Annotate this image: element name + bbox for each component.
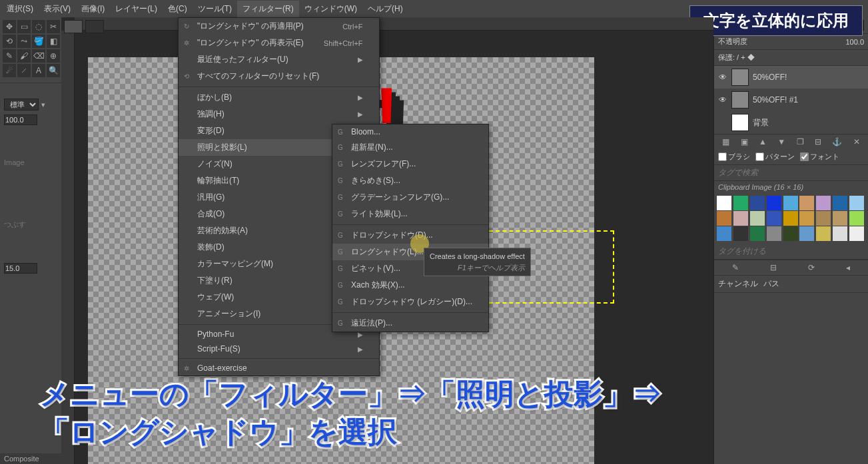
menu-tools[interactable]: ツール(T) [193,1,237,17]
font-tab[interactable]: フォント [800,152,839,162]
submenu-item[interactable]: Gライト効果(L)... [332,206,488,222]
size-input[interactable] [4,263,37,274]
pattern-swatch[interactable] [750,226,765,241]
pattern-swatch[interactable] [799,226,814,241]
pattern-swatch[interactable] [849,211,864,226]
tool-clone[interactable]: ⊕ [47,49,60,63]
pattern-swatch[interactable] [849,196,864,210]
image-tab[interactable] [64,20,83,33]
pattern-swatch[interactable] [833,196,847,210]
menu-layer[interactable]: レイヤー(L) [110,1,163,17]
submenu-item[interactable]: Gグラデーションフレア(G)... [332,189,488,206]
pattern-swatch[interactable] [733,226,748,241]
submenu-item[interactable]: Gドロップシャドウ (レガシー)(D)... [332,294,488,310]
tool-rotate[interactable]: ⟲ [3,35,16,48]
tool-warp[interactable]: ⤳ [17,35,31,48]
tool-crop[interactable]: ✂ [47,20,60,33]
filter-recent[interactable]: 最近使ったフィルター(U)▶ [179,51,379,68]
submenu-item[interactable]: G遠近法(P)... [332,315,488,332]
gegl-icon: G [338,298,343,306]
filter-reapply[interactable]: ↻"ロングシャドウ" の再適用(P)Ctrl+F [179,18,379,35]
pattern-swatch[interactable] [717,196,731,210]
menu-help[interactable]: ヘルプ(H) [362,1,408,17]
new-layer-icon[interactable]: ▦ [722,137,729,146]
lock-row: 保護: / + ◆ [714,50,868,66]
group-icon[interactable]: ▣ [741,137,748,146]
pattern-swatch[interactable] [783,196,798,210]
delete-pattern-icon[interactable]: ⊟ [770,263,777,272]
filter-reset[interactable]: ⟲すべてのフィルターのリセット(F) [179,68,379,85]
layer-row[interactable]: 👁 50%OFF! [714,66,868,89]
tool-gradient[interactable]: ◧ [47,35,60,48]
refresh-icon[interactable]: ⟳ [808,263,815,272]
submenu-item[interactable]: GBloom... [332,124,488,139]
submenu-item[interactable]: Gきらめき(S)... [332,172,488,189]
filter-reshow[interactable]: ✲"ロングシャドウ" の再表示(E)Shift+Ctrl+F [179,35,379,51]
menu-view[interactable]: 表示(V) [39,1,76,17]
pattern-swatch[interactable] [783,211,798,226]
tool-free-select[interactable]: ◌ [32,20,45,33]
up-icon[interactable]: ▲ [759,137,767,146]
channel-tab[interactable]: チャンネル [718,278,758,290]
submenu-item[interactable]: GXach 効果(X)... [332,277,488,294]
tool-bucket[interactable]: 🪣 [32,35,45,48]
pattern-swatch[interactable] [833,226,847,241]
merge-icon[interactable]: ⊟ [815,137,821,146]
pattern-swatch[interactable] [849,226,864,241]
pattern-swatch[interactable] [833,211,847,226]
tool-brush[interactable]: 🖌 [17,49,31,63]
menu-icon[interactable]: ◂ [846,263,850,272]
pattern-swatch[interactable] [717,226,731,241]
submenu-item[interactable]: Gレンズフレア(F)... [332,156,488,172]
tool-rect-select[interactable]: ▭ [17,20,31,33]
filter-group-item[interactable]: ぼかし(B)▶ [179,89,379,106]
pattern-swatch[interactable] [799,196,814,210]
pattern-swatch[interactable] [816,196,831,210]
blend-mode-select[interactable]: 標準 [4,99,39,111]
pattern-swatch[interactable] [767,226,781,241]
anchor-icon[interactable]: ⚓ [832,137,842,146]
tag-search[interactable]: タグで検索 [714,165,868,181]
tool-eraser[interactable]: ⌫ [32,49,45,63]
pattern-swatch[interactable] [733,211,748,226]
brush-tab[interactable]: ブラシ [718,152,750,162]
menu-color[interactable]: 色(C) [163,1,193,17]
pattern-swatch[interactable] [750,211,765,226]
tool-text[interactable]: A [32,64,45,77]
edit-icon[interactable]: ✎ [732,263,739,272]
layer-row[interactable]: 👁 50%OFF! #1 [714,89,868,111]
pattern-tab[interactable]: パターン [755,152,795,162]
pattern-swatch[interactable] [767,211,781,226]
pattern-swatch[interactable] [799,211,814,226]
tool-move[interactable]: ✥ [3,20,16,33]
delete-icon[interactable]: ✕ [853,137,860,146]
image-tab-close[interactable] [85,20,104,33]
tool-path[interactable]: ⟋ [17,64,31,77]
pattern-swatch[interactable] [717,211,731,226]
layer-row[interactable]: 背景 [714,111,868,134]
eye-icon[interactable]: 👁 [718,95,727,105]
eye-icon[interactable]: 👁 [718,73,727,82]
pattern-swatch[interactable] [767,196,781,210]
pattern-swatch[interactable] [783,226,798,241]
menu-window[interactable]: ウィンドウ(W) [299,1,362,17]
opacity-input[interactable] [4,115,37,125]
filter-scriptfu[interactable]: Script-Fu(S)▶ [179,342,379,356]
path-tab[interactable]: パス [763,278,779,290]
down-icon[interactable]: ▼ [777,137,785,146]
menu-select[interactable]: 選択(S) [1,1,39,17]
tool-smudge[interactable]: ☄ [3,64,16,77]
tool-zoom[interactable]: 🔍 [47,64,60,77]
filter-group-item[interactable]: 強調(H)▶ [179,106,379,122]
menu-filters[interactable]: フィルター(R) [237,1,299,17]
pattern-swatch[interactable] [750,196,765,210]
pattern-swatch[interactable] [733,196,748,210]
tag-add[interactable]: タグを付ける [714,244,868,260]
duplicate-icon[interactable]: ❐ [797,137,804,146]
submenu-item[interactable]: G超新星(N)... [332,139,488,156]
pattern-swatch[interactable] [816,211,831,226]
filter-goat[interactable]: ✲Goat-exercise [179,361,379,375]
tool-pencil[interactable]: ✎ [3,49,16,63]
pattern-swatch[interactable] [816,226,831,241]
menu-image[interactable]: 画像(I) [76,1,110,17]
